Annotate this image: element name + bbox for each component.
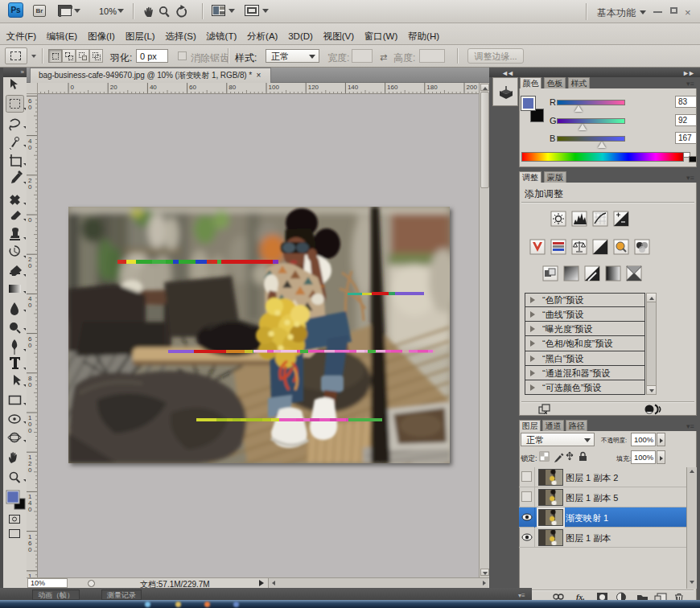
svg-text:60: 60 [189, 84, 196, 91]
svg-text:0: 0 [71, 84, 75, 91]
svg-text:0: 0 [28, 546, 32, 553]
svg-text:140: 140 [348, 84, 359, 91]
svg-text:80: 80 [229, 84, 236, 91]
svg-text:0: 0 [28, 183, 32, 191]
svg-text:0: 0 [28, 381, 32, 388]
svg-text:160: 160 [387, 84, 398, 91]
svg-text:0: 0 [28, 216, 32, 224]
svg-text:200: 200 [467, 84, 478, 91]
svg-text:20: 20 [110, 84, 117, 91]
svg-text:0: 0 [28, 302, 32, 309]
svg-text:100: 100 [269, 84, 280, 91]
svg-text:0: 0 [28, 144, 32, 151]
svg-text:0: 0 [28, 427, 32, 434]
svg-text:0: 0 [28, 466, 32, 474]
svg-text:0: 0 [28, 506, 32, 513]
svg-text:0: 0 [28, 262, 32, 269]
svg-text:0: 0 [28, 104, 32, 111]
svg-text:40: 40 [150, 84, 157, 91]
svg-text:120: 120 [308, 84, 319, 91]
svg-text:0: 0 [28, 342, 32, 349]
svg-text:180: 180 [426, 84, 438, 91]
